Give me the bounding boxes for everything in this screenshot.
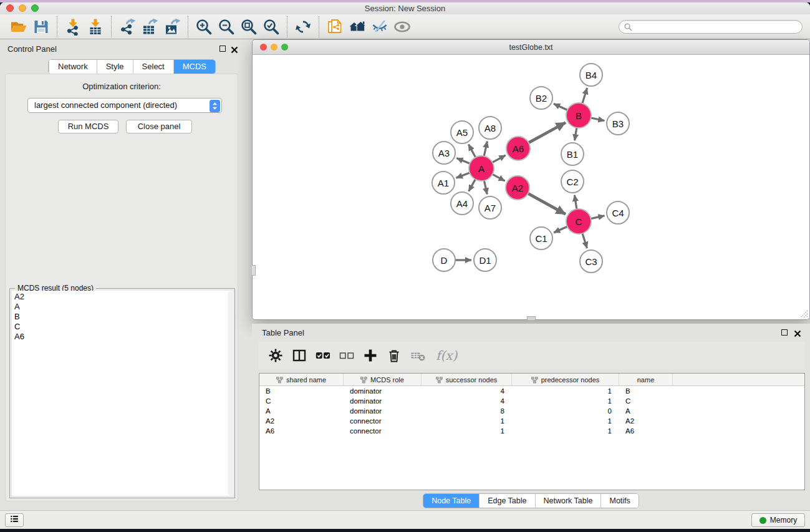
edge-A6-B[interactable]	[529, 123, 566, 143]
column-header-predecessor-nodes[interactable]: predecessor nodes	[512, 374, 619, 386]
save-button[interactable]	[30, 16, 52, 37]
refresh-button[interactable]	[292, 16, 314, 37]
tab-node-table[interactable]: Node Table	[423, 494, 479, 508]
zoom-traffic-light[interactable]	[31, 4, 39, 12]
node-D1[interactable]: D1	[473, 248, 497, 272]
tab-style[interactable]: Style	[97, 60, 133, 74]
column-header-shared-name[interactable]: shared name	[259, 374, 344, 386]
float-panel-icon[interactable]	[219, 46, 226, 52]
zoom-out-button[interactable]	[215, 16, 238, 37]
birdseye-handle-bottom[interactable]	[527, 316, 536, 320]
node-A5[interactable]: A5	[450, 120, 474, 144]
open-button[interactable]	[7, 16, 30, 37]
edge-A-A3[interactable]	[456, 158, 470, 163]
home-button[interactable]	[346, 16, 369, 37]
node-B4[interactable]: B4	[579, 63, 603, 87]
mcds-result-item[interactable]: A2	[12, 292, 233, 302]
mcds-result-item[interactable]: C	[12, 322, 233, 332]
import-table-button[interactable]	[84, 16, 107, 37]
node-C2[interactable]: C2	[561, 170, 584, 193]
tab-edge-table[interactable]: Edge Table	[479, 494, 534, 508]
task-history-button[interactable]	[5, 513, 24, 527]
edge-C-C3[interactable]	[582, 233, 587, 248]
network-close-traffic-light[interactable]	[260, 44, 267, 51]
memory-button[interactable]: Memory	[751, 513, 805, 527]
mcds-result-item[interactable]: A6	[12, 332, 233, 342]
split-view-button[interactable]	[291, 347, 307, 364]
hide-eye-button[interactable]	[369, 16, 391, 37]
edge-A-A5[interactable]	[468, 144, 475, 157]
node-C3[interactable]: C3	[579, 249, 603, 273]
node-D[interactable]: D	[432, 248, 456, 272]
export-network-button[interactable]	[116, 16, 138, 37]
table-row[interactable]: Adominator80A	[259, 406, 804, 416]
table-row[interactable]: Bdominator41B	[259, 386, 804, 396]
resize-grip-icon[interactable]	[799, 309, 808, 318]
edge-A-A6[interactable]	[493, 155, 506, 162]
zoom-in-button[interactable]	[193, 16, 215, 37]
node-A[interactable]: A	[468, 155, 494, 181]
app-titlebar[interactable]: Session: New Session	[0, 2, 810, 14]
delete-button[interactable]	[386, 347, 402, 364]
tab-mcds[interactable]: MCDS	[173, 60, 215, 74]
criterion-dropdown[interactable]: largest connected component (directed)	[27, 98, 222, 113]
delete-table-button[interactable]	[410, 347, 426, 364]
close-traffic-light[interactable]	[6, 4, 14, 12]
node-A3[interactable]: A3	[432, 141, 456, 165]
gear-button[interactable]	[268, 347, 284, 364]
zoom-fit-button[interactable]	[238, 16, 260, 37]
edge-C-C2[interactable]	[574, 195, 577, 210]
close-panel-button[interactable]: Close panel	[126, 120, 192, 133]
network-zoom-traffic-light[interactable]	[281, 44, 288, 51]
node-C[interactable]: C	[566, 208, 592, 235]
tab-network[interactable]: Network	[49, 60, 97, 74]
tab-network-table[interactable]: Network Table	[535, 494, 601, 508]
column-header-mcds-role[interactable]: MCDS role	[344, 374, 422, 386]
tab-select[interactable]: Select	[133, 60, 173, 74]
network-window-titlebar[interactable]: testGlobe.txt	[253, 40, 809, 55]
export-image-button[interactable]	[161, 16, 183, 37]
network-canvas[interactable]: B4B2BB3A8A5A6A3B1AC2A1A2A4A7C4CC1C3DD1	[253, 55, 809, 319]
search-input[interactable]	[635, 21, 798, 32]
edge-C-C4[interactable]	[591, 216, 605, 219]
select-all-button[interactable]	[315, 347, 331, 364]
node-B1[interactable]: B1	[561, 142, 584, 166]
edge-B-B2[interactable]	[554, 104, 567, 110]
column-header-successor-nodes[interactable]: successor nodes	[422, 374, 512, 386]
edge-A-A4[interactable]	[469, 179, 476, 191]
edge-B-B4[interactable]	[582, 88, 587, 104]
table-close-panel-icon[interactable]	[794, 329, 801, 336]
search-field[interactable]	[619, 20, 803, 34]
zoom-selected-button[interactable]	[260, 16, 282, 37]
export-table-button[interactable]	[138, 16, 161, 37]
edge-A-A2[interactable]	[493, 174, 505, 181]
column-header-name[interactable]: name	[619, 374, 673, 386]
node-B[interactable]: B	[566, 102, 592, 128]
node-B2[interactable]: B2	[529, 86, 553, 110]
edge-A2-C[interactable]	[528, 193, 566, 214]
add-button[interactable]	[362, 347, 378, 364]
eye-button[interactable]	[391, 16, 413, 37]
edge-C-C1[interactable]	[554, 226, 567, 233]
edge-A-A8[interactable]	[484, 142, 487, 157]
mcds-result-item[interactable]: A	[12, 302, 233, 312]
result-scrollbar[interactable]	[228, 291, 234, 496]
birdseye-handle-left[interactable]	[252, 265, 256, 276]
mcds-result-item[interactable]: B	[12, 312, 233, 322]
run-mcds-button[interactable]: Run MCDS	[58, 120, 118, 133]
import-network-button[interactable]	[62, 16, 84, 37]
doc-network-button[interactable]	[324, 16, 346, 37]
deselect-all-button[interactable]	[339, 347, 355, 364]
close-panel-icon[interactable]	[231, 45, 238, 52]
node-A6[interactable]: A6	[506, 136, 531, 161]
node-A4[interactable]: A4	[450, 191, 474, 215]
node-A1[interactable]: A1	[432, 171, 455, 195]
node-C1[interactable]: C1	[529, 226, 553, 250]
edge-B-B3[interactable]	[591, 118, 605, 121]
minimize-traffic-light[interactable]	[19, 4, 26, 12]
table-row[interactable]: A6connector11A6	[259, 426, 804, 436]
table-float-panel-icon[interactable]	[781, 329, 788, 336]
node-A7[interactable]: A7	[478, 196, 502, 220]
fx-function-builder-button[interactable]: f(x)	[436, 348, 457, 363]
edge-B-B1[interactable]	[575, 128, 577, 141]
